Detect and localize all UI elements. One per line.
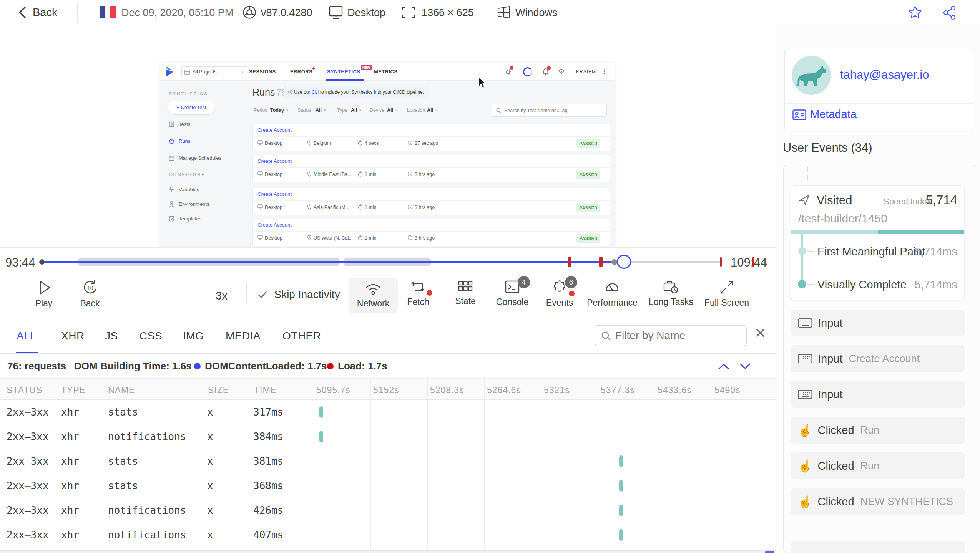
horizontal-scrollbar[interactable] (0, 550, 776, 553)
filter-box[interactable] (595, 325, 747, 346)
error-marker[interactable] (752, 257, 754, 267)
filter-status[interactable]: All (316, 108, 322, 113)
tab-other[interactable]: OTHER (282, 330, 321, 342)
panel-button-performance[interactable]: Performance (583, 279, 641, 313)
tab-css[interactable]: CSS (140, 330, 162, 342)
error-marker[interactable] (720, 257, 722, 267)
user-menu[interactable]: KRAIEM (576, 69, 596, 75)
events-label: Events (533, 298, 586, 308)
run-card[interactable]: Create Account Desktop Middle East (Ba..… (252, 155, 610, 182)
sidebar-item-environments[interactable]: Environments (179, 201, 209, 207)
event-item-input[interactable]: Input (791, 310, 965, 336)
sidebar-item-variables[interactable]: Variables (179, 187, 199, 192)
manage-schedules-icon (169, 155, 174, 161)
panel-button-state[interactable]: State (439, 279, 492, 313)
metadata-button[interactable]: Metadata (792, 108, 908, 125)
cli-link[interactable]: CLI (312, 89, 319, 95)
location-pin-icon (307, 235, 312, 240)
jump-down-icon[interactable] (737, 361, 753, 371)
events-count-badge: 6 (565, 276, 577, 288)
filter-location[interactable]: All (427, 108, 433, 113)
app-tab-errors[interactable]: ERRORS (290, 69, 312, 75)
jump-up-icon[interactable] (716, 361, 731, 371)
event-item-input[interactable]: Input (791, 381, 965, 408)
sidebar-item-templates[interactable]: Templates (179, 216, 201, 222)
panel-button-events[interactable]: 6 Events (533, 279, 586, 313)
sidebar-item-tests[interactable]: Tests (179, 121, 190, 127)
event-item-clicked[interactable]: ☝ Clicked NEW SYNTHETICS (791, 488, 965, 515)
run-title-link[interactable]: Create Account (257, 127, 292, 133)
panel-button-full-screen[interactable]: Full Screen (698, 279, 756, 313)
request-row[interactable]: 2xx–3xx xhr notifications x 384ms (0, 424, 776, 449)
create-test-button[interactable]: + Create Test (168, 101, 215, 114)
sidebar-item-manage-schedules[interactable]: Manage Schedules (179, 155, 221, 161)
tab-all[interactable]: ALL (17, 330, 36, 342)
app-tab-sessions[interactable]: SESSIONS (249, 69, 276, 75)
filter-device[interactable]: All (387, 108, 393, 113)
run-title-link[interactable]: Create Account (257, 191, 292, 197)
app-tab-metrics[interactable]: METRICS (374, 69, 397, 75)
scrollbar-thumb[interactable] (765, 551, 774, 553)
tab-img[interactable]: IMG (183, 330, 204, 342)
full-screen-label: Full Screen (698, 298, 756, 308)
run-card[interactable]: Create Account Desktop US West (N. Cal..… (252, 219, 610, 246)
request-timeline-mark (319, 406, 323, 418)
event-item-partial[interactable] (791, 541, 965, 553)
panel-button-long-tasks[interactable]: Long Tasks (642, 279, 700, 313)
filter-label: Location (407, 108, 425, 113)
panel-button-network[interactable]: Network (349, 278, 398, 313)
card-divider (785, 103, 974, 104)
event-item-clicked[interactable]: ☝ Clicked Run (791, 452, 965, 479)
app-search-box[interactable] (492, 104, 607, 117)
run-card[interactable]: Create Account Desktop Asia Pacific (M..… (252, 188, 610, 215)
filter-by-name-input[interactable] (615, 328, 742, 343)
run-title-link[interactable]: Create Account (257, 158, 292, 164)
sidebar-item-runs[interactable]: Runs (179, 138, 190, 144)
app-search-input[interactable] (504, 106, 604, 116)
play-icon (35, 279, 52, 296)
share-icon[interactable] (942, 5, 958, 20)
gear-icon[interactable]: ⚙ (558, 67, 565, 76)
filter-period[interactable]: Today (270, 108, 284, 113)
favorite-star-icon[interactable] (907, 5, 923, 20)
close-panel-icon[interactable]: ✕ (754, 325, 766, 341)
filter-type[interactable]: All (351, 108, 357, 113)
sidebar-divider (169, 166, 239, 166)
request-row[interactable]: 2xx–3xx xhr stats x 368ms (0, 474, 776, 498)
speed-toggle[interactable]: 3x (216, 290, 228, 302)
back-10s-button[interactable]: 10 Back (71, 279, 109, 313)
event-item-clicked[interactable]: ☝ Clicked Run (791, 417, 965, 444)
playhead-handle[interactable] (617, 255, 631, 269)
filter-label: Period (254, 108, 267, 113)
app-tab-synthetics[interactable]: SYNTHETICS (327, 69, 360, 75)
tab-js[interactable]: JS (105, 330, 118, 342)
timeline-progress[interactable] (42, 261, 624, 263)
request-row[interactable]: 2xx–3xx xhr stats x 381ms (0, 449, 776, 474)
event-marker[interactable] (611, 259, 617, 265)
request-row[interactable]: 2xx–3xx xhr notifications x 407ms (0, 523, 776, 547)
project-selector[interactable]: All Projects ∨ (181, 66, 247, 77)
templates-icon (169, 216, 174, 222)
request-row[interactable]: 2xx–3xx xhr notifications x 426ms (0, 498, 776, 523)
event-item-input[interactable]: Input Create Account (791, 345, 965, 372)
click-hand-icon: ☝ (798, 424, 812, 437)
panel-button-fetch[interactable]: Fetch (391, 279, 445, 313)
stopwatch-icon (358, 235, 363, 240)
request-row[interactable]: 2xx–3xx xhr stats x 317ms (0, 400, 776, 424)
device-type: Desktop (347, 7, 385, 19)
kebab-menu-icon[interactable]: ⋮ (601, 68, 607, 75)
run-card[interactable]: Create Account Desktop Belgium 4 secs 27… (252, 124, 610, 151)
run-title-link[interactable]: Create Account (257, 222, 292, 228)
visited-event-card[interactable]: Visited Speed Index 5,714 /test-builder/… (791, 185, 965, 300)
clock-icon (407, 140, 413, 146)
error-marker[interactable] (599, 257, 603, 267)
chevron-down-icon: ∨ (359, 108, 362, 112)
tab-xhr[interactable]: XHR (61, 330, 85, 342)
error-marker[interactable] (568, 257, 571, 267)
play-button[interactable]: Play (25, 279, 63, 313)
chevron-down-icon: ∨ (286, 108, 289, 112)
tab-media[interactable]: MEDIA (226, 330, 261, 342)
skip-inactivity-toggle[interactable]: Skip Inactivity (257, 288, 340, 301)
panel-button-console[interactable]: 4 Console (485, 279, 539, 313)
back-button[interactable]: Back (17, 5, 71, 20)
